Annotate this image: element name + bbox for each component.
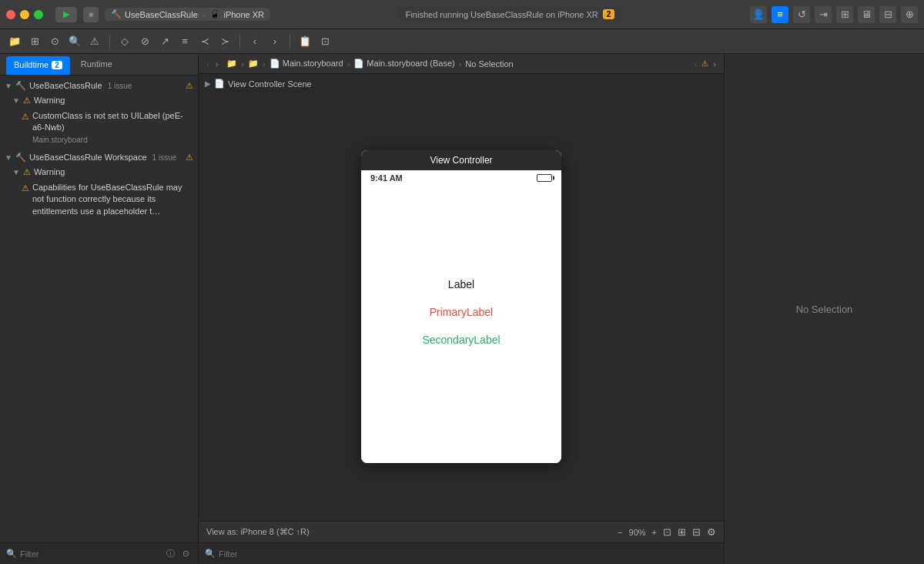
zoom-out-icon[interactable]: − xyxy=(618,528,622,537)
buildtime-label: Buildtime xyxy=(14,60,49,69)
label-primary: PrimaryLabel xyxy=(430,306,493,318)
traffic-lights xyxy=(6,10,43,19)
scope-icon[interactable]: ⊙ xyxy=(46,33,63,50)
scheme-name: UseBaseClassRule xyxy=(125,10,198,19)
hammer-icon: 🔨 xyxy=(15,80,26,92)
bc-item-2[interactable]: 📁 xyxy=(248,59,259,69)
warning-badge: 2 xyxy=(603,9,615,19)
vc-title: View Controller xyxy=(430,155,492,166)
warning-icon: ⚠ xyxy=(22,111,29,123)
run-button[interactable]: ▶ xyxy=(55,7,77,22)
settings-icon[interactable]: ⚙ xyxy=(707,526,716,538)
warning-triangle-icon: ⚠ xyxy=(186,152,193,163)
bc-warning-icon: ⚠ xyxy=(701,59,708,68)
toolbar-separator-2 xyxy=(239,35,240,49)
filter-option-icon-1[interactable]: ⓘ xyxy=(164,548,176,560)
doc-icon[interactable]: ⊡ xyxy=(316,33,333,50)
bc-left-icon[interactable]: ‹ xyxy=(693,59,699,69)
refresh-icon[interactable]: ↺ xyxy=(793,6,810,23)
tree-item-customclass[interactable]: ⚠ CustomClass is not set to UILabel (peE… xyxy=(0,109,198,147)
grid-icon[interactable]: ⊞ xyxy=(26,33,43,50)
tree-item-workspace[interactable]: ▼ 🔨 UseBaseClassRule Workspace 1 issue ⚠ xyxy=(0,150,198,165)
panel-icon[interactable]: ⊟ xyxy=(692,526,701,538)
status-time: 9:41 AM xyxy=(370,173,403,183)
scene-icon: 📄 xyxy=(214,79,225,89)
tree-item-capabilities[interactable]: ⚠ Capabilities for UseBaseClassRule may … xyxy=(0,180,198,219)
bc-forward-icon[interactable]: › xyxy=(214,59,220,69)
breadcrumb-nav: ‹ › xyxy=(205,59,219,69)
title-bar-right: 👤 ≡ ↺ ⇥ ⊞ 🖥 ⊟ ⊕ xyxy=(750,6,918,23)
warning-triangle-icon: ⚠ xyxy=(186,80,193,92)
device-icon[interactable]: 🖥 xyxy=(858,6,875,23)
scheme-selector[interactable]: 🔨 UseBaseClassRule › 📱 iPhone XR xyxy=(105,8,270,21)
title-bar-center: Finished running UseBaseClassRule on iPh… xyxy=(276,7,744,22)
filter-icons: ⓘ ⊙ xyxy=(164,548,192,560)
filter-icon: 🔍 xyxy=(205,549,216,559)
arrow-icon: ▼ xyxy=(12,167,20,178)
arrow-icon: ▼ xyxy=(12,96,20,106)
navigator-icon[interactable]: ≡ xyxy=(772,6,788,23)
panel-icon[interactable]: ⊟ xyxy=(879,6,896,23)
bc-back-icon[interactable]: ‹ xyxy=(205,59,211,69)
tree-item-warning2[interactable]: ▼ ⚠ Warning xyxy=(0,165,198,180)
folder-icon[interactable]: 📁 xyxy=(6,33,23,50)
right-icon[interactable]: ≻ xyxy=(216,33,233,50)
zoom-in-icon[interactable]: + xyxy=(652,528,657,537)
tree-item-warning1[interactable]: ▼ ⚠ Warning xyxy=(0,93,198,108)
layout-icon[interactable]: ⊞ xyxy=(836,6,853,23)
iphone-screen: 9:41 AM Label PrimaryLabel SecondaryLabe… xyxy=(361,170,561,463)
bc-right-icon[interactable]: › xyxy=(711,59,718,69)
bc-right-controls: ‹ ⚠ › xyxy=(693,59,718,69)
warning-icon[interactable]: ⚠ xyxy=(86,33,103,50)
scene-arrow-icon: ▶ xyxy=(205,79,211,88)
left-filter-bar: 🔍 ⓘ ⊙ xyxy=(0,542,198,564)
add-icon[interactable]: ⊕ xyxy=(901,6,918,23)
tree-item-project[interactable]: ▼ 🔨 UseBaseClassRule 1 issue ⚠ xyxy=(0,79,198,93)
arrow-icon[interactable]: ↗ xyxy=(156,33,173,50)
iphone-status-bar: 9:41 AM xyxy=(361,170,561,186)
minimize-button[interactable] xyxy=(20,10,29,19)
stop-button[interactable]: ■ xyxy=(83,7,99,22)
close-button[interactable] xyxy=(6,10,15,19)
bc-item-1[interactable]: 📁 xyxy=(226,59,237,69)
scene-tree-area: ▶ 📄 View Controller Scene xyxy=(199,74,724,92)
runtime-label: Runtime xyxy=(81,59,112,69)
fit-icon[interactable]: ⊡ xyxy=(663,526,671,538)
bc-item-3[interactable]: 📄 Main.storyboard xyxy=(270,59,343,69)
warning-icon: ⚠ xyxy=(23,166,31,178)
buildtime-tab[interactable]: Buildtime 2 xyxy=(6,56,70,75)
capabilities-text: Capabilities for UseBaseClassRule may no… xyxy=(32,182,193,217)
filter-icon: 🔍 xyxy=(6,549,17,559)
circle-icon[interactable]: ⊘ xyxy=(136,33,153,50)
jump-icon[interactable]: ⇥ xyxy=(815,6,832,23)
nav-forward-icon[interactable]: › xyxy=(266,33,283,50)
arrow-icon: ▼ xyxy=(5,81,12,92)
scene-label: View Controller Scene xyxy=(228,79,312,89)
battery-icon xyxy=(537,174,552,182)
middle-panel: ‹ › 📁 › 📁 › 📄 Main.storyboard › 📄 Main.s… xyxy=(199,54,724,564)
clipboard-icon[interactable]: 📋 xyxy=(296,33,313,50)
account-icon[interactable]: 👤 xyxy=(750,6,767,23)
left-filter-input[interactable] xyxy=(20,549,161,559)
fullscreen-button[interactable] xyxy=(34,10,43,19)
layout-icon[interactable]: ⊞ xyxy=(678,526,686,538)
middle-filter-input[interactable] xyxy=(219,549,718,559)
runtime-tab[interactable]: Runtime xyxy=(70,54,123,75)
arrow-icon: ▼ xyxy=(5,153,12,163)
diamond-icon[interactable]: ◇ xyxy=(116,33,133,50)
label-secondary: SecondaryLabel xyxy=(422,334,500,346)
customclass-text: CustomClass is not set to UILabel (peE-a… xyxy=(32,110,193,146)
lines-icon[interactable]: ≡ xyxy=(176,33,193,50)
workspace-text: UseBaseClassRule Workspace 1 issue xyxy=(29,152,186,163)
no-selection-label: No Selection xyxy=(796,304,853,315)
toolbar: 📁 ⊞ ⊙ 🔍 ⚠ ◇ ⊘ ↗ ≡ ≺ ≻ ‹ › 📋 ⊡ xyxy=(0,29,924,54)
bc-item-4[interactable]: 📄 Main.storyboard (Base) xyxy=(353,59,454,69)
filter-option-icon-2[interactable]: ⊙ xyxy=(179,548,192,560)
scene-item[interactable]: ▶ 📄 View Controller Scene xyxy=(205,77,718,90)
search-icon[interactable]: 🔍 xyxy=(66,33,83,50)
canvas-bottom-bar: View as: iPhone 8 (⌘C ↑R) − 90% + ⊡ ⊞ ⊟ … xyxy=(199,521,724,542)
issues-tree: ▼ 🔨 UseBaseClassRule 1 issue ⚠ ▼ ⚠ Warni… xyxy=(0,76,198,542)
nav-back-icon[interactable]: ‹ xyxy=(246,33,263,50)
iphone-content: Label PrimaryLabel SecondaryLabel xyxy=(361,186,561,346)
left-icon[interactable]: ≺ xyxy=(196,33,213,50)
